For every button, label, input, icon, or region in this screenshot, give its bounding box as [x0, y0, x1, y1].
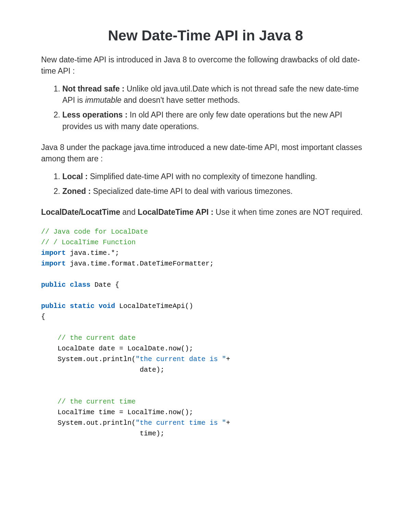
code-keyword: import — [41, 260, 66, 268]
list-item-label: Not thread safe : — [62, 84, 124, 93]
code-keyword: import — [41, 249, 66, 257]
code-text: java.time.*; — [66, 249, 119, 257]
api-bold: LocalDateTime API : — [138, 208, 213, 216]
mid-paragraph: Java 8 under the package java.time intro… — [41, 142, 370, 165]
code-text: LocalTime time = LocalTime.now(); — [41, 408, 193, 416]
code-keyword: class — [70, 281, 90, 289]
drawbacks-list: Not thread safe : Unlike old java.util.D… — [41, 83, 370, 132]
code-block: // Java code for LocalDate // / LocalTim… — [41, 226, 370, 439]
document-page: New Date-Time API in Java 8 New date-tim… — [0, 0, 411, 473]
code-text: java.time.format.DateTimeFormatter; — [66, 260, 214, 268]
code-string: "the current date is " — [136, 355, 226, 363]
code-text: System.out.println( — [41, 355, 136, 363]
code-text: + — [226, 355, 230, 363]
code-keyword: public — [41, 281, 66, 289]
code-text: { — [41, 313, 45, 321]
code-text: date); — [41, 366, 164, 374]
api-text: and — [120, 208, 138, 216]
code-keyword: static — [70, 302, 95, 310]
code-text: LocalDateTimeApi() — [115, 302, 193, 310]
list-item: Zoned : Specialized date-time API to dea… — [62, 186, 370, 197]
code-keyword: void — [99, 302, 115, 310]
api-paragraph: LocalDate/LocatTime and LocalDateTime AP… — [41, 207, 370, 218]
list-item: Local : Simplified date-time API with no… — [62, 171, 370, 182]
list-item-em: immutable — [85, 96, 121, 104]
code-comment: // / LocalTime Function — [41, 238, 136, 246]
list-item-text: and doesn't have setter methods. — [122, 96, 240, 104]
code-text: + — [226, 419, 230, 427]
code-text: time); — [41, 430, 164, 437]
list-item-label: Zoned : — [62, 187, 91, 196]
intro-paragraph: New date-time API is introduced in Java … — [41, 54, 370, 77]
page-title: New Date-Time API in Java 8 — [41, 27, 370, 44]
list-item-label: Local : — [62, 172, 88, 181]
classes-list: Local : Simplified date-time API with no… — [41, 171, 370, 197]
list-item-text: Simplified date-time API with no complex… — [88, 172, 317, 181]
code-string: "the current time is " — [136, 419, 226, 427]
api-bold: LocalDate/LocatTime — [41, 208, 120, 216]
list-item: Not thread safe : Unlike old java.util.D… — [62, 83, 370, 106]
api-text: Use it when time zones are NOT required. — [213, 208, 362, 216]
code-comment: // the current date — [58, 334, 136, 342]
list-item: Less operations : In old API there are o… — [62, 109, 370, 132]
code-comment: // the current time — [58, 398, 136, 406]
code-text: LocalDate date = LocalDate.now(); — [41, 345, 193, 352]
code-text: Date { — [90, 281, 119, 289]
code-keyword: public — [41, 302, 66, 310]
code-text: System.out.println( — [41, 419, 136, 427]
list-item-label: Less operations : — [62, 110, 127, 119]
list-item-text: Specialized date-time API to deal with v… — [91, 187, 292, 196]
code-comment: // Java code for LocalDate — [41, 228, 148, 236]
